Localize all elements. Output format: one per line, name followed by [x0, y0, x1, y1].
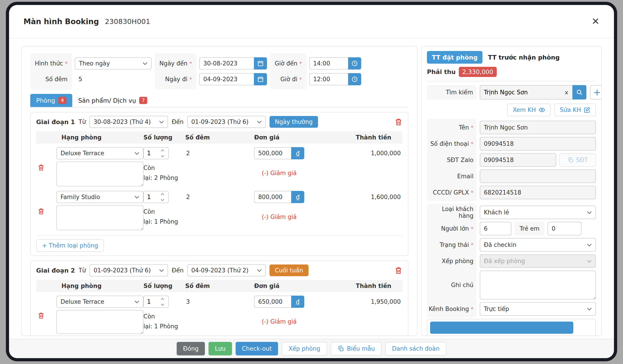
chevron-down-icon[interactable]	[161, 302, 164, 306]
departure-clock-button[interactable]	[348, 73, 361, 85]
required-mark: *	[471, 124, 473, 131]
nights-value: 2	[185, 147, 254, 159]
tab-rooms[interactable]: Phòng 4	[30, 94, 72, 107]
chevron-down-icon[interactable]	[161, 154, 164, 157]
discount-link[interactable]: (-) Giảm giá	[254, 170, 304, 177]
close-dialog-button[interactable]: Đóng	[177, 342, 205, 355]
currency-button[interactable]: ₫	[291, 147, 304, 159]
departure-calendar-button[interactable]	[254, 73, 267, 85]
clear-search-button[interactable]: x	[561, 85, 572, 100]
tab-products-services[interactable]: Sản phẩm/ Dịch vụ 7	[72, 94, 153, 107]
chevron-up-icon[interactable]	[161, 193, 164, 197]
arrival-clock-button[interactable]	[348, 57, 361, 69]
period-to-select[interactable]: 04-09-2023 (Thứ 2)	[187, 264, 266, 276]
chevron-down-icon[interactable]	[161, 198, 164, 201]
edit-customer-button[interactable]: Sửa KH	[554, 103, 596, 116]
copy-phone-button[interactable]: SĐT	[559, 153, 596, 167]
room-type-select[interactable]: Deluxe Terrace	[56, 147, 143, 159]
assign-room-button[interactable]: Xếp phòng	[282, 342, 327, 355]
name-field[interactable]	[480, 121, 596, 134]
required-mark: *	[471, 141, 473, 147]
group-list-button[interactable]: Danh sách đoàn	[385, 342, 446, 355]
view-customer-button[interactable]: Xem KH	[507, 103, 551, 116]
delete-room-button[interactable]	[38, 207, 45, 215]
quantity-input[interactable]	[144, 296, 156, 307]
customer-type-select[interactable]: Khách lẻ	[480, 205, 596, 219]
departure-time-input[interactable]	[309, 73, 348, 85]
search-icon	[576, 89, 583, 96]
booking-type-select[interactable]: Theo ngày	[75, 57, 152, 69]
unit-price-input[interactable]	[254, 191, 291, 203]
period-1-header: Giai đoạn 1 Từ 30-08-2023 (Thứ 4) Đến 01…	[36, 116, 402, 128]
zalo-field[interactable]	[480, 153, 556, 167]
delete-room-button[interactable]	[38, 311, 45, 320]
currency-button[interactable]: ₫	[291, 296, 304, 308]
save-button[interactable]: Lưu	[208, 342, 232, 355]
delete-period-button[interactable]	[394, 117, 402, 126]
room-type-select[interactable]: Family Studio	[56, 191, 143, 203]
currency-button[interactable]: ₫	[291, 191, 304, 203]
add-room-row: + Thêm loại phòng	[36, 235, 402, 252]
room-note-textarea[interactable]	[56, 162, 143, 186]
stepper-arrows[interactable]	[156, 148, 168, 159]
discount-link[interactable]: (-) Giảm giá	[254, 213, 304, 220]
search-label: Tìm kiếm	[427, 85, 477, 100]
forms-button[interactable]: Biểu mẫu	[331, 342, 382, 355]
services-count-badge: 7	[139, 97, 147, 104]
chevron-up-icon[interactable]	[161, 149, 164, 153]
gio-di-label: Giờ đi*	[280, 73, 302, 85]
period-from-select[interactable]: 01-09-2023 (Thứ 6)	[89, 264, 168, 276]
delete-period-button[interactable]	[394, 266, 402, 275]
tab-payment-booking[interactable]: TT đặt phòng	[427, 51, 483, 64]
departure-date-input[interactable]	[199, 73, 254, 85]
search-button[interactable]	[572, 85, 586, 100]
id-field[interactable]	[480, 186, 596, 199]
period-from-select[interactable]: 30-08-2023 (Thứ 4)	[89, 116, 168, 128]
unit-price-input[interactable]	[254, 296, 291, 308]
quantity-stepper[interactable]	[143, 191, 169, 203]
nights-value: 2	[185, 191, 254, 203]
quantity-stepper[interactable]	[143, 296, 169, 308]
clock-icon	[351, 76, 358, 82]
status-select[interactable]: Đã checkin	[480, 238, 596, 252]
quantity-input[interactable]	[144, 148, 156, 159]
customer-search-input[interactable]	[480, 85, 561, 100]
children-input[interactable]	[548, 222, 581, 235]
name-row: Tên*	[427, 121, 596, 134]
arrival-time-field	[309, 57, 361, 69]
stepper-arrows[interactable]	[156, 191, 168, 203]
room-note-textarea[interactable]	[56, 205, 143, 230]
quantity-input[interactable]	[144, 191, 156, 203]
arrival-date-input[interactable]	[199, 57, 254, 69]
discount-link[interactable]: (-) Giảm giá	[254, 318, 304, 325]
chevron-up-icon[interactable]	[161, 298, 164, 301]
arrival-calendar-button[interactable]	[254, 57, 267, 69]
col-nights: Số đêm	[185, 134, 254, 141]
rooms-remaining-text: Cònlại: 1 Phòng	[143, 311, 185, 331]
tab-payment-before-checkin[interactable]: TT trước nhận phòng	[488, 54, 559, 61]
col-total: Thành tiền	[349, 134, 402, 141]
stepper-arrows[interactable]	[156, 296, 168, 307]
day-type-badge[interactable]: Ngày thường	[269, 116, 318, 128]
arrival-time-input[interactable]	[309, 57, 348, 69]
period-to-select[interactable]: 01-09-2023 (Thứ 6)	[187, 116, 266, 128]
phone-field[interactable]	[480, 137, 596, 151]
clipped-blue-button[interactable]	[430, 322, 573, 334]
room-type-select[interactable]: Deluxe Terrace	[56, 296, 143, 308]
add-customer-button[interactable]: +	[590, 85, 602, 100]
checkout-button[interactable]: Check-out	[236, 342, 278, 355]
line-total: 1,600,000	[349, 191, 402, 203]
quantity-stepper[interactable]	[143, 147, 169, 159]
note-textarea[interactable]	[480, 271, 596, 300]
delete-room-button[interactable]	[38, 163, 45, 172]
main-content: Hình thức* Số đêm Theo ngày 5 Ngày đến* …	[9, 38, 614, 336]
adults-input[interactable]	[480, 222, 512, 235]
close-button[interactable]: ✕	[592, 17, 600, 26]
email-field[interactable]	[480, 169, 596, 183]
day-type-badge[interactable]: Cuối tuần	[269, 264, 309, 276]
unit-price-input[interactable]	[254, 147, 291, 159]
col-nights: Số đêm	[185, 283, 254, 289]
add-room-type-button[interactable]: + Thêm loại phòng	[36, 239, 104, 252]
room-note-textarea[interactable]	[56, 310, 143, 334]
channel-select[interactable]: Trực tiếp	[480, 302, 596, 316]
